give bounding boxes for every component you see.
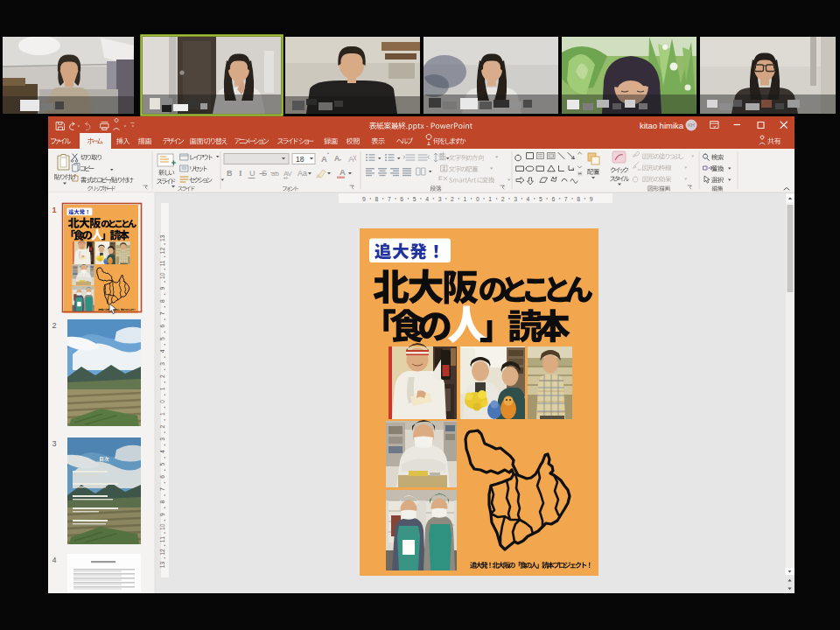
svg-text:3: 3 [159,362,165,366]
svg-text:1: 1 [52,206,56,214]
svg-text:1: 1 [159,412,165,416]
svg-text:3: 3 [514,196,517,202]
svg-text:I: I [239,169,242,178]
svg-text:10: 10 [159,523,165,530]
svg-text:10: 10 [159,272,165,279]
svg-text:4: 4 [52,556,56,564]
svg-text:8: 8 [159,500,165,503]
svg-text:Aa: Aa [298,169,307,178]
svg-text:4: 4 [425,196,429,202]
svg-text:2: 2 [451,196,454,202]
svg-text:2: 2 [159,424,165,428]
svg-text:5: 5 [159,462,165,466]
svg-text:8: 8 [375,196,379,202]
svg-text:2: 2 [52,321,56,330]
svg-text:11: 11 [159,260,165,266]
svg-text:1: 1 [463,196,466,202]
svg-text:A: A [348,154,354,164]
svg-text:A: A [334,154,340,163]
svg-text:13: 13 [159,561,165,568]
svg-text:1: 1 [488,196,492,202]
svg-text:7: 7 [159,487,165,491]
svg-text:A: A [340,167,346,177]
svg-text:5: 5 [539,196,542,202]
svg-text:3: 3 [52,439,56,448]
svg-text:ab: ab [271,170,279,178]
svg-text:5: 5 [159,337,165,340]
svg-text:6: 6 [400,196,403,202]
svg-text:0: 0 [159,400,165,403]
svg-text:U: U [249,169,256,178]
svg-text:12: 12 [159,248,165,255]
svg-text:KH: KH [688,122,695,128]
svg-text:8: 8 [159,299,165,303]
svg-text:4: 4 [527,196,530,202]
svg-text:18: 18 [296,155,304,164]
svg-text:6: 6 [551,196,555,202]
svg-text:4: 4 [159,349,165,353]
svg-text:6: 6 [159,475,165,479]
svg-text:2: 2 [159,374,165,378]
svg-text:12: 12 [159,549,165,556]
svg-text:kitao himika: kitao himika [640,121,684,130]
svg-text:9: 9 [159,286,165,290]
svg-text:9: 9 [159,513,165,516]
svg-text:5: 5 [413,196,416,202]
svg-text:11: 11 [159,536,165,542]
svg-text:7: 7 [159,312,165,315]
svg-text:13: 13 [159,234,165,242]
svg-text:0: 0 [476,196,480,202]
svg-text:7: 7 [564,196,568,202]
svg-text:8: 8 [577,196,580,202]
svg-text:3: 3 [159,438,165,441]
svg-text:6: 6 [159,325,165,328]
svg-text:2: 2 [501,196,505,202]
svg-text:4: 4 [159,450,165,453]
svg-text:AV: AV [284,170,292,178]
svg-text:7: 7 [388,196,391,202]
svg-text:9: 9 [362,196,366,202]
svg-text:1: 1 [159,387,165,390]
svg-text:3: 3 [438,196,442,202]
svg-text:B: B [227,169,233,178]
svg-text:A: A [321,154,327,164]
svg-text:9: 9 [590,196,593,202]
